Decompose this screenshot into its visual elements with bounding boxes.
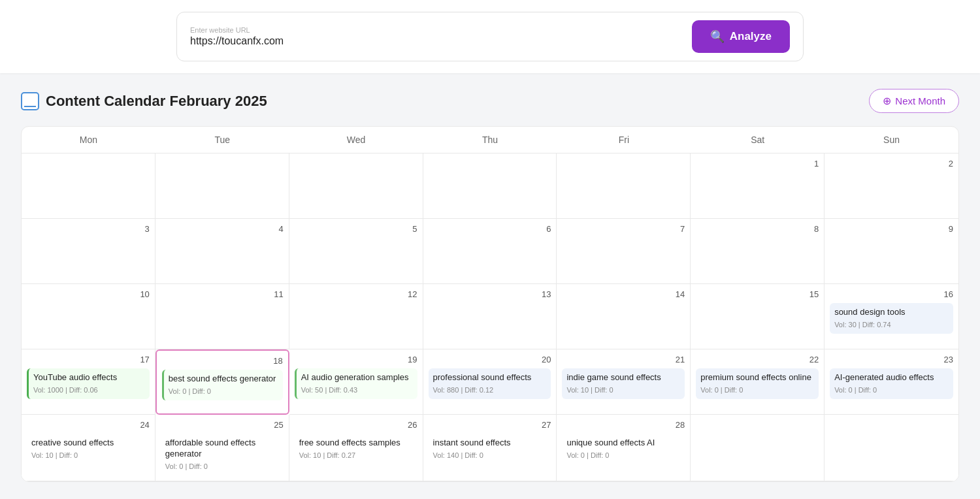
calendar-cell[interactable]	[691, 415, 825, 481]
calendar-cell[interactable]: 1	[691, 153, 825, 219]
calendar-title-text: Content Calendar February 2025	[46, 93, 267, 110]
url-container: Enter website URL https://toucanfx.com 🔍…	[176, 12, 804, 61]
cell-content: sound design toolsVol: 30 | Diff: 0.74	[830, 303, 953, 334]
calendar-cell[interactable]: 27instant sound effectsVol: 140 | Diff: …	[423, 415, 557, 481]
content-meta: Vol: 0 | Diff: 0	[169, 387, 278, 396]
content-meta: Vol: 10 | Diff: 0	[566, 385, 680, 395]
cell-content: YouTube audio effectsVol: 1000 | Diff: 0…	[27, 368, 150, 399]
day-header-thu: Thu	[423, 127, 557, 153]
calendar-icon	[21, 92, 39, 110]
cell-date: 26	[295, 420, 417, 430]
content-meta: Vol: 0 | Diff: 0	[700, 385, 814, 395]
calendar-cell[interactable]: 5	[289, 219, 423, 284]
calendar-cell[interactable]: 12	[289, 284, 423, 349]
calendar-cell[interactable]: 8	[691, 219, 825, 284]
calendar-cell[interactable]: 24creative sound effectsVol: 10 | Diff: …	[22, 415, 155, 481]
calendar-header: Content Calendar February 2025 ⊕ Next Mo…	[21, 89, 959, 113]
next-month-button[interactable]: ⊕ Next Month	[869, 89, 959, 113]
calendar-grid: Mon Tue Wed Thu Fri Sat Sun 123456789101…	[21, 126, 959, 482]
cell-date: 1	[696, 159, 819, 169]
day-header-wed: Wed	[289, 127, 423, 153]
cell-date: 23	[830, 355, 953, 364]
analyze-button[interactable]: 🔍 Analyze	[692, 20, 790, 53]
cell-date: 24	[27, 420, 150, 430]
calendar-cell[interactable]: 3	[22, 219, 155, 284]
calendar-cell[interactable]: 25affordable sound effects generatorVol:…	[155, 415, 289, 481]
calendar-cell[interactable]: 15	[691, 284, 825, 349]
cell-date: 18	[162, 356, 283, 366]
cell-date: 4	[161, 224, 284, 234]
url-label: Enter website URL	[190, 26, 681, 34]
next-month-label: Next Month	[895, 95, 945, 106]
calendar-cell[interactable]: 28unique sound effects AIVol: 0 | Diff: …	[557, 415, 691, 481]
calendar-cell[interactable]: 6	[423, 219, 557, 284]
calendar-cell[interactable]: 2	[825, 153, 958, 219]
content-meta: Vol: 50 | Diff: 0.43	[301, 385, 413, 395]
calendar-cell[interactable]: 14	[557, 284, 691, 349]
calendar-cell[interactable]: 21indie game sound effectsVol: 10 | Diff…	[557, 349, 691, 415]
content-title: professional sound effects	[433, 372, 547, 383]
cell-date: 28	[562, 420, 685, 430]
calendar-cell[interactable]	[423, 153, 557, 219]
content-title: best sound effects generator	[169, 374, 278, 385]
cell-content: free sound effects samplesVol: 10 | Diff…	[295, 434, 417, 464]
calendar-cell[interactable]: 26free sound effects samplesVol: 10 | Di…	[289, 415, 423, 481]
calendar-cell[interactable]: 13	[423, 284, 557, 349]
cell-date: 9	[830, 224, 953, 234]
calendar-cell[interactable]: 17YouTube audio effectsVol: 1000 | Diff:…	[22, 349, 155, 415]
cell-date: 11	[161, 289, 284, 299]
calendar-cell[interactable]: 10	[22, 284, 155, 349]
cell-date: 27	[429, 420, 551, 430]
url-input-wrap: Enter website URL https://toucanfx.com	[190, 26, 681, 47]
calendar-cell[interactable]: 19AI audio generation samplesVol: 50 | D…	[289, 349, 423, 415]
content-title: YouTube audio effects	[33, 372, 145, 383]
calendar-cell[interactable]	[155, 153, 289, 219]
cell-date: 25	[161, 420, 284, 430]
cell-content: AI audio generation samplesVol: 50 | Dif…	[295, 368, 417, 399]
content-title: premium sound effects online	[700, 372, 814, 383]
calendar-cell[interactable]: 4	[155, 219, 289, 284]
content-meta: Vol: 880 | Diff: 0.12	[433, 385, 547, 395]
day-header-sat: Sat	[691, 127, 825, 153]
content-title: instant sound effects	[433, 438, 547, 449]
content-title: free sound effects samples	[299, 438, 413, 449]
content-title: creative sound effects	[31, 438, 145, 449]
cell-date: 20	[429, 355, 551, 364]
content-title: affordable sound effects generator	[165, 438, 279, 460]
calendar-cell[interactable]	[825, 415, 958, 481]
content-title: unique sound effects AI	[566, 438, 680, 449]
analyze-label: Analyze	[730, 30, 772, 43]
cell-date: 22	[696, 355, 819, 364]
top-bar: Enter website URL https://toucanfx.com 🔍…	[0, 0, 980, 73]
cell-date: 8	[696, 224, 819, 234]
calendar-cell[interactable]	[557, 153, 691, 219]
day-header-sun: Sun	[825, 127, 958, 153]
day-header-tue: Tue	[155, 127, 289, 153]
calendar-cell[interactable]: 7	[557, 219, 691, 284]
content-meta: Vol: 30 | Diff: 0.74	[834, 320, 949, 330]
content-title: AI audio generation samples	[301, 372, 413, 383]
cell-date: 6	[429, 224, 551, 234]
content-meta: Vol: 140 | Diff: 0	[433, 451, 547, 460]
content-title: AI-generated audio effects	[834, 372, 949, 383]
calendar-cell[interactable]	[22, 153, 155, 219]
calendar-cell[interactable]: 20professional sound effectsVol: 880 | D…	[423, 349, 557, 415]
calendar-cell[interactable]: 11	[155, 284, 289, 349]
content-meta: Vol: 10 | Diff: 0	[31, 451, 145, 460]
cell-content: instant sound effectsVol: 140 | Diff: 0	[429, 434, 551, 464]
calendar-cell[interactable]	[289, 153, 423, 219]
content-meta: Vol: 0 | Diff: 0	[165, 462, 279, 472]
calendar-cell[interactable]: 22premium sound effects onlineVol: 0 | D…	[691, 349, 825, 415]
cell-date: 13	[429, 289, 551, 299]
cell-content: AI-generated audio effectsVol: 0 | Diff:…	[830, 368, 953, 399]
cell-date: 2	[830, 159, 953, 169]
calendar-cell[interactable]: 9	[825, 219, 958, 284]
calendar-cell[interactable]: 23AI-generated audio effectsVol: 0 | Dif…	[825, 349, 958, 415]
cell-date: 14	[562, 289, 685, 299]
calendar-cell[interactable]: 16sound design toolsVol: 30 | Diff: 0.74	[825, 284, 958, 349]
content-meta: Vol: 10 | Diff: 0.27	[299, 451, 413, 460]
cell-content: best sound effects generatorVol: 0 | Dif…	[162, 370, 283, 400]
calendar-cell[interactable]: 18best sound effects generatorVol: 0 | D…	[155, 349, 289, 415]
cell-content: creative sound effectsVol: 10 | Diff: 0	[27, 434, 150, 464]
content-meta: Vol: 0 | Diff: 0	[834, 385, 949, 395]
